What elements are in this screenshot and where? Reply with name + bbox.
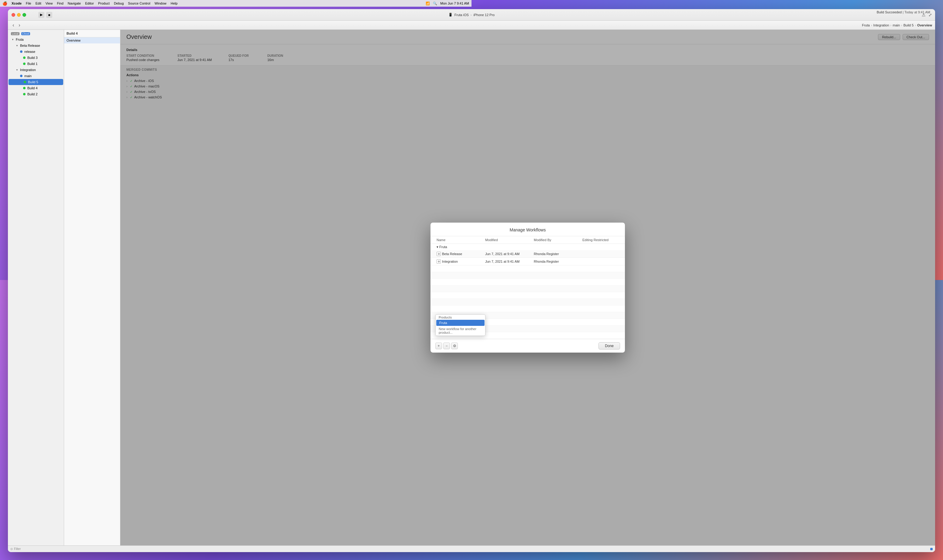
menu-bar: 🍎 Xcode File Edit View Find Navigate Edi…	[0, 0, 471, 7]
sidebar-item-build1[interactable]: Build 1	[8, 61, 64, 67]
disclosure-icon: ▼	[16, 44, 18, 47]
workflow-icon: ⚙	[436, 252, 441, 256]
sidebar-item-build3[interactable]: Build 3	[8, 55, 64, 61]
menu-editor[interactable]: Editor	[85, 2, 94, 5]
disclosure-icon: ▼	[12, 38, 14, 41]
scheme-icon: 📱	[448, 13, 453, 17]
stop-button[interactable]: ■	[46, 12, 52, 18]
sidebar-item-beta-release[interactable]: ▼ Beta Release	[8, 43, 64, 49]
title-bar: ▶ ■ 📱 Fruta iOS › iPhone 12 Pro Build Su…	[8, 9, 471, 21]
back-button[interactable]: ‹	[11, 23, 16, 28]
nav-item-overview[interactable]: Overview	[64, 37, 120, 43]
maximize-button[interactable]	[23, 13, 26, 17]
modal-overlay: Manage Workflows Name Modified Modified …	[120, 30, 471, 280]
workflow-label: Integration	[442, 260, 458, 263]
status-dot-icon	[23, 93, 26, 95]
sidebar: Local Cloud ▼ Fruta ▼ Beta Release relea…	[8, 30, 64, 280]
empty-rows-area	[430, 265, 471, 280]
content-area: Local Cloud ▼ Fruta ▼ Beta Release relea…	[8, 30, 471, 280]
status-dot-icon	[24, 81, 26, 83]
sidebar-item-label: Beta Release	[20, 44, 40, 48]
traffic-lights	[12, 13, 26, 17]
sidebar-item-label: Build 4	[27, 86, 38, 90]
status-dot-icon	[20, 51, 23, 53]
menu-bar-left: 🍎 Xcode File Edit View Find Navigate Edi…	[2, 1, 177, 6]
menu-file[interactable]: File	[26, 2, 31, 5]
sidebar-item-fruta[interactable]: ▼ Fruta	[8, 37, 64, 43]
menu-view[interactable]: View	[46, 2, 53, 5]
sidebar-item-label: Build 5	[28, 80, 38, 84]
workflow-name: ⚙ Beta Release	[436, 252, 471, 256]
sidebar-item-release[interactable]: release	[8, 49, 64, 55]
menu-navigate[interactable]: Navigate	[68, 2, 81, 5]
sidebar-item-integration[interactable]: ▼ Integration	[8, 67, 64, 73]
menu-find[interactable]: Find	[57, 2, 63, 5]
minimize-button[interactable]	[17, 13, 21, 17]
empty-row	[430, 279, 471, 280]
modal-title: Manage Workflows	[436, 228, 471, 232]
empty-row	[430, 272, 471, 279]
main-window: ▶ ■ 📱 Fruta iOS › iPhone 12 Pro Build Su…	[8, 9, 471, 280]
menu-help[interactable]: Help	[171, 2, 178, 5]
toolbar-left: ▶ ■	[38, 12, 52, 18]
sidebar-item-label: Integration	[20, 68, 36, 72]
sidebar-item-label: Build 1	[27, 62, 38, 66]
workflow-label: Beta Release	[442, 252, 462, 256]
toolbar-row: ‹ › Fruta › Integration › main › Build 5…	[8, 21, 471, 30]
nav-panel-header: Build 4	[64, 30, 120, 37]
main-content: Overview Rebuild... Check Out... Details…	[120, 30, 471, 280]
menu-window[interactable]: Window	[155, 2, 166, 5]
scheme-selector[interactable]: 📱 Fruta iOS › iPhone 12 Pro	[448, 13, 471, 17]
sidebar-item-label: Fruta	[16, 38, 24, 41]
scheme-label: Fruta iOS	[455, 13, 469, 17]
run-button[interactable]: ▶	[38, 12, 44, 18]
forward-button[interactable]: ›	[17, 23, 22, 28]
sidebar-item-build5[interactable]: Build 5	[9, 79, 63, 85]
workflow-row-beta-release[interactable]: ⚙ Beta Release Jun 7, 2021 at 9:41 AM Rh…	[430, 250, 471, 258]
cloud-badge: Cloud	[21, 32, 30, 35]
modal-title-bar: Manage Workflows	[430, 223, 471, 236]
workflow-row-integration[interactable]: ⚙ Integration Jun 7, 2021 at 9:41 AM Rho…	[430, 258, 471, 265]
local-badge: Local	[11, 32, 20, 35]
workflow-name: ⚙ Integration	[436, 259, 471, 264]
nav-panel: Build 4 Overview	[64, 30, 120, 280]
menu-bar-right: 📶 🔍 Mon Jun 7 9:41 AM	[425, 2, 469, 5]
menu-debug[interactable]: Debug	[114, 2, 124, 5]
datetime: Mon Jun 7 9:41 AM	[440, 2, 469, 5]
manage-workflows-modal: Manage Workflows Name Modified Modified …	[430, 223, 471, 280]
disclosure-icon: ▼	[16, 69, 18, 71]
status-dot-icon	[23, 63, 26, 65]
menu-product[interactable]: Product	[98, 2, 110, 5]
col-name: Name	[436, 238, 471, 242]
status-dot-icon	[23, 87, 26, 89]
menu-xcode[interactable]: Xcode	[12, 2, 22, 5]
fruta-section-label: ▾ Fruta	[430, 244, 471, 250]
sidebar-item-build2[interactable]: Build 2	[8, 91, 64, 97]
sidebar-item-label: Build 2	[27, 92, 38, 96]
menu-edit[interactable]: Edit	[35, 2, 41, 5]
wifi-icon: 📶	[425, 2, 430, 5]
status-dot-icon	[23, 57, 26, 59]
nav-item-label: Overview	[66, 38, 80, 42]
separator: ›	[471, 13, 471, 17]
close-button[interactable]	[12, 13, 15, 17]
sidebar-item-label: main	[24, 74, 32, 78]
search-icon: 🔍	[433, 2, 437, 5]
sidebar-item-label: Build 3	[27, 56, 38, 60]
status-dot-icon	[20, 75, 23, 77]
sidebar-item-main[interactable]: main	[8, 73, 64, 79]
workflow-icon: ⚙	[436, 259, 441, 264]
sidebar-item-label: release	[24, 50, 35, 54]
apple-logo-icon: 🍎	[2, 1, 7, 6]
menu-source-control[interactable]: Source Control	[128, 2, 150, 5]
empty-row	[430, 265, 471, 272]
modal-table-header: Name Modified Modified By Editing Restri…	[430, 236, 471, 244]
sidebar-item-build4[interactable]: Build 4	[8, 85, 64, 91]
